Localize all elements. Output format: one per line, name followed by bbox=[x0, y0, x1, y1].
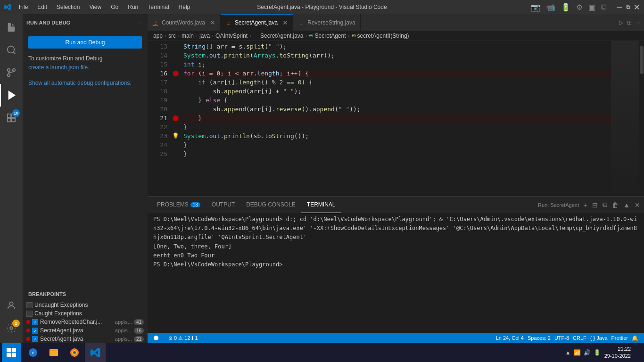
menu-run[interactable]: Run bbox=[124, 3, 142, 11]
activity-settings[interactable]: 1 bbox=[0, 317, 23, 339]
status-notifications[interactable]: 🔔 bbox=[630, 335, 640, 341]
menu-go[interactable]: Go bbox=[107, 3, 122, 11]
tab-secretagent-close[interactable]: ✕ bbox=[282, 19, 288, 26]
bp-secret-agent-1-checkbox[interactable] bbox=[32, 328, 38, 334]
status-spaces[interactable]: Spaces: 2 bbox=[526, 335, 553, 341]
menu-edit[interactable]: Edit bbox=[33, 3, 51, 11]
terminal-content[interactable]: PS D:\Neel\VsCodeWorkspace\Playground> d… bbox=[148, 213, 644, 333]
activity-account[interactable] bbox=[0, 294, 23, 317]
breadcrumb-method[interactable]: secretAgentII(String) bbox=[357, 33, 409, 39]
video-icon[interactable]: 📹 bbox=[544, 2, 557, 13]
taskbar-ie[interactable]: e bbox=[23, 343, 43, 362]
minimize-button[interactable]: ─ bbox=[616, 3, 623, 11]
tab-countwords-close[interactable]: ✕ bbox=[210, 19, 215, 26]
bp-secret-agent-2-checkbox[interactable] bbox=[32, 336, 38, 342]
status-errors[interactable]: ⊗ 0 ⚠ 12 ℹ 1 bbox=[166, 335, 200, 341]
split-icon[interactable]: ⧉ bbox=[599, 2, 608, 12]
code-editor[interactable]: 13 14 15 16 17 18 19 20 21 22 23 24 25 ·… bbox=[148, 41, 644, 196]
activity-source-control[interactable] bbox=[0, 61, 23, 84]
battery-tray-icon[interactable]: 🔋 bbox=[594, 349, 601, 356]
breadcrumb-class[interactable]: SecretAgent bbox=[314, 33, 346, 39]
vscode-logo bbox=[4, 3, 11, 11]
menu-terminal[interactable]: Terminal bbox=[144, 3, 173, 11]
layout-icon[interactable]: ▣ bbox=[586, 2, 597, 13]
kill-terminal-icon[interactable]: 🗑 bbox=[612, 201, 619, 209]
panel-tab-debug-console[interactable]: DEBUG CONSOLE bbox=[240, 197, 301, 213]
panel-tab-output[interactable]: OUTPUT bbox=[206, 197, 240, 213]
clock[interactable]: 21:22 29-10-2022 bbox=[604, 346, 631, 360]
error-icon: ⊗ bbox=[168, 335, 173, 341]
activity-extensions[interactable]: 10 bbox=[0, 107, 23, 129]
code-content[interactable]: String[] arr = s.split(" "); System.out.… bbox=[180, 41, 611, 196]
run-icon[interactable]: ▷ bbox=[619, 19, 623, 26]
status-line-ending[interactable]: CRLF bbox=[571, 335, 588, 341]
breadcrumb-qaintvsprint[interactable]: QAIntvSprint bbox=[215, 33, 248, 39]
tab-secretagent[interactable]: SecretAgent.java ✕ bbox=[221, 14, 293, 31]
gear-icon[interactable]: ⚙ bbox=[574, 2, 585, 13]
breadcrumb-src[interactable]: src bbox=[168, 33, 176, 39]
panel-tab-terminal[interactable]: TERMINAL bbox=[301, 197, 341, 213]
battery-icon[interactable]: 🔋 bbox=[559, 2, 572, 13]
split-editor-icon[interactable]: ⊞ bbox=[627, 19, 632, 26]
panel-tabs: PROBLEMS 13 OUTPUT DEBUG CONSOLE TERMINA… bbox=[148, 197, 644, 213]
taskbar-vscode[interactable] bbox=[85, 343, 106, 362]
terminal-tabs-icon[interactable]: ⧉ bbox=[603, 201, 607, 209]
more-actions-icon[interactable]: ··· bbox=[636, 19, 640, 26]
taskbar-files[interactable] bbox=[43, 343, 64, 362]
status-encoding[interactable]: UTF-8 bbox=[553, 335, 571, 341]
tray-arrow[interactable]: ▲ bbox=[565, 349, 571, 356]
panel-tab-problems[interactable]: PROBLEMS 13 bbox=[151, 197, 206, 213]
code-line-19: } else { bbox=[183, 96, 611, 105]
status-formatter[interactable]: Prettier bbox=[610, 335, 630, 341]
bp-secret-agent-2-label: SecretAgent.java bbox=[40, 336, 113, 342]
code-line-13: String[] arr = s.split(" "); bbox=[183, 42, 611, 51]
code-line-16: for (i = 0; i < arr.length; i++) { bbox=[183, 69, 611, 78]
svg-point-2 bbox=[8, 69, 10, 72]
bp-remove-repeated-checkbox[interactable] bbox=[32, 319, 38, 325]
camera-icon[interactable]: 📷 bbox=[529, 2, 542, 13]
menu-file[interactable]: File bbox=[15, 3, 32, 11]
code-line-21: } bbox=[183, 114, 611, 123]
tab-reversestring[interactable]: ReverseString.java bbox=[293, 14, 360, 31]
breadcrumb-file[interactable]: SecretAgent.java bbox=[260, 33, 303, 39]
breadcrumb-app[interactable]: app bbox=[153, 33, 163, 39]
taskbar-firefox[interactable] bbox=[64, 343, 85, 362]
close-panel-icon[interactable]: ✕ bbox=[635, 201, 640, 209]
close-button[interactable]: ✕ bbox=[633, 3, 640, 11]
scrollbar-vertical[interactable] bbox=[639, 41, 644, 196]
breadcrumb-java[interactable]: java bbox=[199, 33, 210, 39]
bp-uncaught-checkbox[interactable] bbox=[26, 302, 33, 308]
bp-caught: Caught Exceptions bbox=[23, 309, 148, 318]
tab-countwords[interactable]: CountWords.java ✕ bbox=[148, 14, 221, 31]
volume-icon[interactable]: 🔊 bbox=[584, 349, 591, 356]
status-remote[interactable] bbox=[151, 335, 161, 341]
warning-icon: ⚠ bbox=[178, 335, 183, 341]
activity-run-debug[interactable] bbox=[0, 84, 23, 107]
activity-search[interactable] bbox=[0, 39, 23, 61]
activity-explorer[interactable] bbox=[0, 16, 23, 39]
menu-help[interactable]: Help bbox=[175, 3, 194, 11]
bp-secret-agent-2: SecretAgent.java app\s... 21 bbox=[23, 335, 148, 343]
bp-remove-repeated-badge: 41 bbox=[134, 319, 144, 325]
maximize-panel-icon[interactable]: ▲ bbox=[623, 201, 630, 209]
svg-point-10 bbox=[9, 302, 13, 305]
menu-selection[interactable]: Selection bbox=[53, 3, 83, 11]
status-position[interactable]: Ln 24, Col 4 bbox=[494, 335, 526, 341]
network-icon[interactable]: 📶 bbox=[574, 349, 581, 356]
run-debug-button[interactable]: Run and Debug bbox=[28, 36, 142, 49]
add-terminal-icon[interactable]: + bbox=[584, 201, 587, 209]
run-debug-more[interactable]: ··· bbox=[136, 19, 144, 26]
menu-view[interactable]: View bbox=[85, 3, 105, 11]
bp-caught-checkbox[interactable] bbox=[26, 311, 33, 317]
tabs-bar: CountWords.java ✕ SecretAgent.java ✕ Rev… bbox=[148, 14, 644, 31]
problems-badge: 13 bbox=[190, 202, 200, 207]
start-button[interactable] bbox=[2, 343, 21, 362]
editor-actions: ▷ ⊞ ··· bbox=[619, 14, 644, 31]
status-language[interactable]: { } Java bbox=[588, 335, 610, 341]
breadcrumb-main[interactable]: main bbox=[182, 33, 194, 39]
breakpoints-header[interactable]: BREAKPOINTS bbox=[23, 288, 148, 301]
create-launch-link[interactable]: create a launch.json file. bbox=[28, 64, 89, 71]
show-configs-link[interactable]: Show all automatic debug configurations. bbox=[28, 80, 132, 86]
restore-button[interactable]: ⧉ bbox=[624, 3, 632, 11]
split-terminal-icon[interactable]: ⊟ bbox=[592, 201, 598, 209]
